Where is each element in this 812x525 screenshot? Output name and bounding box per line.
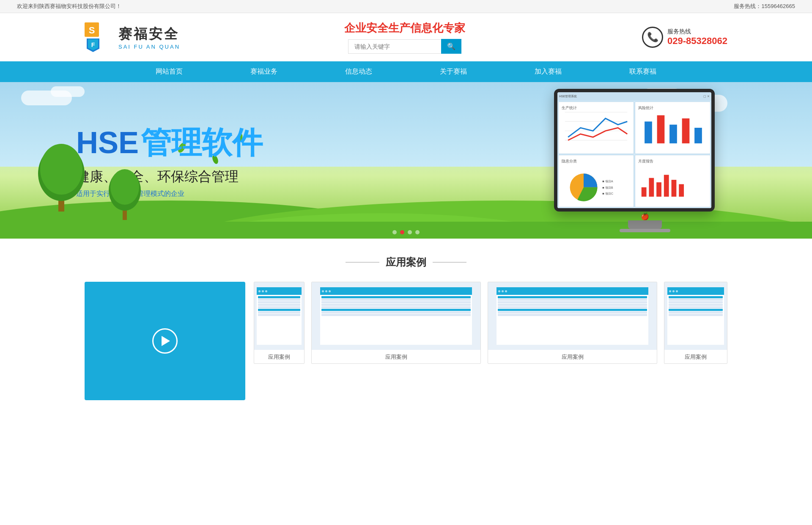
cases-grid: 应用案例 [85,282,727,400]
case-item-3[interactable]: 应用案例 [488,282,657,364]
banner-subtitle: 健康、安全、环保综合管理 [76,168,554,186]
thumb-body-3 [497,295,648,345]
thumb-body-4 [667,295,724,345]
banner-title-rest: 管理软件 [141,126,263,159]
banner-dots [392,230,420,234]
case-main-video[interactable] [85,282,245,400]
svg-text:S: S [89,25,95,36]
logo-area: S F 赛福安全 SAI FU AN QUAN [85,22,180,52]
hotline-number: 029-85328062 [667,36,727,47]
panel-line-chart: 生产统计 [558,102,634,154]
hotline-text-area: 服务热线 029-85328062 [667,28,727,47]
slogan: 企业安全生产信息化专家 [344,21,465,36]
tree-left [34,135,89,213]
banner: HSE 管理软件 健康、安全、环保综合管理 适用于实行体系融合管理模式的企业 H… [0,82,812,239]
section-line-right [433,262,466,263]
apple-logo: 🍎 [641,212,649,220]
case-thumb-3 [488,282,657,350]
case-thumb-2 [312,282,480,350]
nav-item-about[interactable]: 关于赛福 [406,61,501,82]
svg-rect-42 [664,175,669,197]
svg-text:月度报告: 月度报告 [638,159,653,163]
monitor-base [620,229,670,232]
svg-point-11 [40,144,82,195]
search-button[interactable]: 🔍 [441,39,461,54]
svg-text:隐患分类: 隐患分类 [562,159,577,163]
svg-text:风险统计: 风险统计 [638,105,653,110]
svg-rect-43 [672,180,677,197]
case-item-1[interactable]: 应用案例 [254,282,304,364]
case-thumb-inner-1 [257,287,302,345]
cases-section: 应用案例 [0,256,812,417]
case-label-3: 应用案例 [488,350,657,363]
tree-right-small [106,165,144,222]
svg-rect-29 [682,118,690,143]
hotline-area: 📞 服务热线 029-85328062 [642,27,727,48]
logo-icon: S F [85,22,114,52]
screen-header: HSE管理系统 ▢ ✕ [557,92,711,101]
dot-2[interactable] [400,230,404,234]
nav-item-news[interactable]: 信息动态 [311,61,406,82]
monitor-screen: HSE管理系统 ▢ ✕ 生产统计 [557,92,711,208]
svg-rect-40 [649,178,654,196]
thumb-header-3 [497,287,648,295]
panel-bar2: 月度报告 [635,155,710,207]
header: S F 赛福安全 SAI FU AN QUAN 企业安全生产信息化专家 🔍 📞 … [0,13,812,61]
screen-body: 生产统计 [557,101,711,208]
cases-grid-container: 应用案例 [0,282,812,417]
svg-rect-39 [642,187,647,196]
case-label-4: 应用案例 [664,350,727,363]
dot-4[interactable] [415,230,420,234]
svg-rect-28 [669,124,677,143]
case-thumb-inner-3 [497,287,648,345]
banner-desc: 适用于实行体系融合管理模式的企业 [76,190,554,198]
case-thumb-inner-4 [667,287,724,345]
play-triangle-icon [162,336,170,346]
thumb-body-1 [257,295,302,345]
svg-text:F: F [91,41,95,48]
monitor-stand [628,220,662,229]
monitor-wrapper: HSE管理系统 ▢ ✕ 生产统计 [554,89,736,232]
svg-rect-30 [694,128,702,143]
nav-item-join[interactable]: 加入赛福 [501,61,595,82]
case-label-2: 应用案例 [312,350,480,363]
section-line-left [346,262,379,263]
hotline-text: 服务热线：15596462665 [734,3,795,10]
top-bar: 欢迎来到陕西赛福物安科技股份有限公司！ 服务热线：15596462665 [0,0,812,13]
case-label-1: 应用案例 [254,350,304,363]
search-input[interactable] [348,39,441,54]
monitor: HSE管理系统 ▢ ✕ 生产统计 [554,89,715,212]
panel-pie-chart: 隐患分类 ■ 项目A ■ 项目B ■ 项目C [558,155,634,207]
svg-rect-44 [679,184,684,197]
dot-3[interactable] [408,230,412,234]
case-item-2[interactable]: 应用案例 [311,282,481,364]
thumb-body-2 [320,295,472,345]
hotline-label: 服务热线 [667,28,727,36]
thumb-header-2 [320,287,472,295]
svg-rect-27 [657,115,665,143]
logo-text: 赛福安全 SAI FU AN QUAN [118,25,180,50]
cases-list: 应用案例 [254,282,727,364]
svg-text:■ 项目C: ■ 项目C [602,192,613,195]
svg-rect-26 [645,121,652,143]
banner-left: HSE 管理软件 健康、安全、环保综合管理 适用于实行体系融合管理模式的企业 [76,123,554,198]
svg-rect-31 [559,156,634,206]
play-button[interactable] [152,328,178,354]
nav-item-contact[interactable]: 联系赛福 [595,61,690,82]
svg-text:■ 项目A: ■ 项目A [602,179,613,183]
logo-en: SAI FU AN QUAN [118,44,180,50]
welcome-text: 欢迎来到陕西赛福物安科技股份有限公司！ [17,3,121,10]
case-item-4[interactable]: 应用案例 [664,282,727,364]
dot-1[interactable] [392,230,397,234]
logo-cn: 赛福安全 [118,25,180,44]
phone-icon: 📞 [642,27,663,48]
thumb-header-4 [667,287,724,295]
case-thumb-inner-2 [320,287,472,345]
svg-text:生产统计: 生产统计 [562,105,577,110]
nav-item-home[interactable]: 网站首页 [122,61,217,82]
thumb-header-1 [257,287,302,295]
nav-item-business[interactable]: 赛福业务 [217,61,311,82]
case-thumb-1 [254,282,304,350]
main-nav: 网站首页 赛福业务 信息动态 关于赛福 加入赛福 联系赛福 [0,61,812,82]
svg-text:■ 项目B: ■ 项目B [602,185,613,189]
